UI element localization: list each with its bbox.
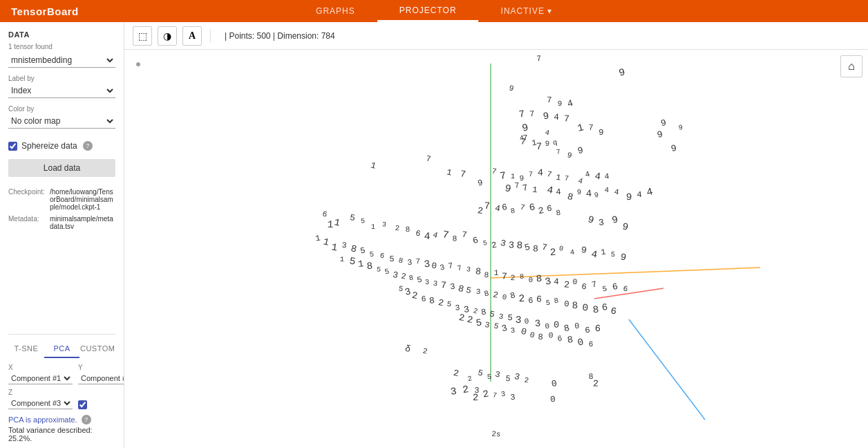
number-point: 8	[408, 273, 415, 282]
sphereize-help-icon[interactable]: ?	[83, 141, 93, 151]
number-point: 9	[558, 100, 563, 108]
number-point: 9	[542, 110, 550, 122]
number-point: 0	[529, 330, 536, 339]
number-point: 9	[519, 174, 524, 183]
number-point: 3	[466, 265, 471, 274]
number-point: 7	[502, 271, 508, 281]
x-axis-select[interactable]: Component #1	[8, 373, 73, 384]
number-point: 8	[453, 234, 457, 243]
night-mode-button[interactable]: ◑	[158, 26, 177, 46]
tab-tsne[interactable]: T-SNE	[8, 340, 44, 358]
tab-projector[interactable]: PROJECTOR	[377, 0, 479, 22]
home-button[interactable]: ⌂	[840, 55, 862, 77]
number-point: 6	[415, 228, 422, 239]
number-point: 2	[472, 306, 478, 315]
number-point: 3	[424, 259, 431, 270]
number-point: 3	[404, 286, 412, 298]
number-point: 8	[567, 335, 574, 346]
checkpoint-value: /home/luowang/TensorBoard/minimalsample/…	[50, 188, 115, 211]
number-point: 2	[491, 240, 498, 250]
number-point: 6	[610, 305, 617, 317]
z-axis-checkbox[interactable]	[78, 400, 87, 409]
load-data-button[interactable]: Load data	[8, 159, 115, 177]
number-point: 6	[536, 294, 542, 304]
number-point: 7	[519, 203, 525, 212]
tab-custom[interactable]: CUSTOM	[79, 340, 115, 358]
tab-graphs[interactable]: GRAPHS	[294, 0, 377, 22]
number-point: 5	[359, 246, 366, 256]
number-point: 9	[581, 245, 587, 256]
z-axis-select[interactable]: Component #3	[8, 398, 73, 409]
number-point: 7	[564, 113, 570, 124]
number-point: 5	[369, 250, 375, 259]
number-point: 6	[528, 296, 533, 306]
number-point: 2	[466, 315, 473, 326]
y-axis-wrap: Y Component #2	[78, 364, 124, 384]
number-point: 8	[533, 243, 538, 254]
number-point: 4	[585, 188, 592, 199]
tab-inactive[interactable]: INACTIVE ▾	[479, 0, 574, 22]
metadata-label: Metadata:	[8, 215, 50, 230]
number-point: 3	[450, 282, 456, 292]
svg-line-3	[629, 319, 705, 420]
y-axis-select[interactable]: Component #2	[78, 373, 124, 384]
sphereize-checkbox[interactable]	[8, 142, 17, 151]
number-point: 7	[529, 170, 533, 178]
pca-help-icon[interactable]: ?	[82, 415, 91, 424]
number-point: 7	[442, 229, 450, 241]
select-box-button[interactable]: ⬚	[133, 26, 152, 46]
number-point: 3	[510, 393, 516, 403]
number-point: 0	[574, 321, 580, 332]
number-point: 8	[554, 297, 559, 306]
number-point: 3	[494, 369, 501, 380]
number-point: 5	[482, 239, 487, 248]
number-point: 4	[519, 133, 525, 142]
number-point: 4	[546, 184, 554, 196]
number-point: 0	[502, 293, 507, 302]
number-point: 8	[592, 304, 599, 316]
tensor-select[interactable]: mnistembedding	[8, 53, 115, 68]
number-point: 9	[626, 192, 632, 203]
number-point: 0	[548, 330, 553, 339]
number-point: 2	[453, 368, 460, 379]
color-by-select[interactable]: No color map	[8, 114, 115, 129]
number-point: 9	[660, 118, 668, 129]
label-by-select[interactable]: Index	[8, 84, 115, 98]
number-point: 9	[504, 183, 512, 194]
viz-help-button[interactable]: ●	[130, 55, 147, 72]
number-point: 3	[500, 390, 506, 399]
labels-button[interactable]: A	[182, 26, 202, 46]
number-point: 8	[475, 266, 481, 277]
number-point: 3	[455, 303, 460, 312]
number-point: 4	[584, 169, 591, 179]
number-point: 6	[472, 235, 480, 246]
number-point: 0	[551, 378, 558, 389]
number-point: 4	[604, 186, 609, 194]
number-point: 1	[322, 236, 330, 248]
number-point: 9	[656, 129, 663, 140]
number-point: 8	[428, 295, 435, 306]
number-point: 2	[492, 290, 499, 300]
number-point: 6	[612, 281, 619, 292]
number-point: 2	[524, 376, 529, 385]
number-point: 7	[462, 230, 468, 241]
labels-icon: A	[189, 30, 196, 41]
number-point: 7	[492, 391, 498, 400]
number-point: 4	[554, 113, 559, 122]
number-point: 4	[538, 167, 543, 178]
number-point: 7	[520, 136, 527, 147]
number-point: 6	[421, 294, 426, 303]
number-point: 9	[508, 84, 514, 93]
number-point: 7	[514, 180, 520, 190]
viz-area: ⌂ ● 79979477947941794719q779979999171797…	[124, 50, 868, 448]
z-axis-row: Z Component #3	[8, 389, 115, 409]
number-point: 2	[437, 297, 445, 308]
night-mode-icon: ◑	[163, 30, 171, 41]
number-point: 3	[382, 221, 387, 228]
number-point: 6	[557, 335, 563, 344]
number-point: 1	[532, 185, 538, 196]
svg-line-2	[594, 288, 663, 299]
tab-pca[interactable]: PCA	[44, 340, 80, 358]
number-point: 3	[544, 275, 552, 288]
number-point: 5	[376, 265, 381, 274]
